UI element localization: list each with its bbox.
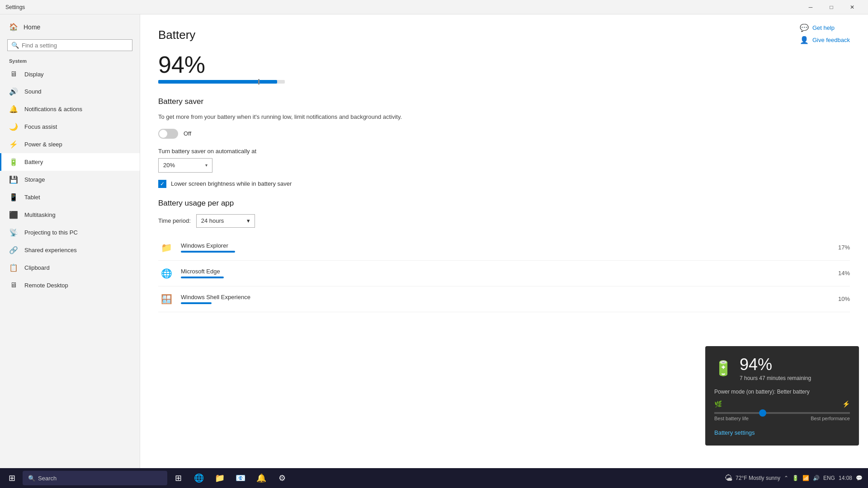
weather-label: 72°F Mostly sunny [736, 475, 780, 481]
help-icon: 💬 [800, 23, 809, 32]
sidebar-item-label: Display [24, 71, 44, 78]
sidebar-item-label: Tablet [24, 194, 40, 201]
app-info: Microsoft Edge [181, 268, 826, 278]
home-icon: 🏠 [9, 23, 18, 31]
sidebar-item-tablet[interactable]: 📱 Tablet [0, 188, 140, 206]
usage-section: Battery usage per app Time period: 24 ho… [158, 199, 850, 312]
sidebar-item-storage[interactable]: 💾 Storage [0, 171, 140, 188]
popup-power-mode: Power mode (on battery): Better battery [714, 389, 850, 395]
time-period-value: 24 hours [201, 217, 224, 224]
sidebar-item-label: Battery [24, 159, 43, 165]
popup-battery-icon: 🔋 [714, 360, 732, 377]
weather-icon: 🌤 [725, 474, 733, 483]
give-feedback-link[interactable]: 👤 Give feedback [800, 36, 850, 44]
remote-icon: 🖥 [9, 281, 18, 289]
app-info: Windows Explorer [181, 242, 826, 253]
sidebar-item-focus[interactable]: 🌙 Focus assist [0, 118, 140, 136]
time-period-dropdown[interactable]: 24 hours ▾ [196, 214, 255, 228]
shell-icon: 🪟 [158, 291, 175, 307]
give-feedback-label: Give feedback [812, 37, 850, 43]
sidebar-item-sound[interactable]: 🔊 Sound [0, 83, 140, 100]
brightness-label: Lower screen brightness while in battery… [171, 180, 292, 187]
sidebar-item-display[interactable]: 🖥 Display [0, 66, 140, 83]
taskbar-notification[interactable]: 🔔 [251, 468, 271, 488]
auto-at-value: 20% [163, 162, 175, 169]
maximize-button[interactable]: □ [821, 0, 842, 14]
battery-life-icon: 🌿 [714, 400, 722, 408]
clock: 14:08 [839, 475, 852, 481]
taskbar-edge[interactable]: 🌐 [189, 468, 209, 488]
weather-group: 🌤 72°F Mostly sunny [725, 474, 780, 483]
app-body: 🏠 Home 🔍 System 🖥 Display 🔊 Sound 🔔 Noti… [0, 14, 868, 468]
battery-percentage-display: 94% [158, 51, 850, 78]
start-button[interactable]: ⊞ [2, 468, 22, 488]
search-input[interactable] [22, 42, 128, 49]
system-tray-arrow[interactable]: ⌃ [784, 475, 788, 481]
battery-saver-toggle-row: Off [158, 129, 850, 139]
get-help-link[interactable]: 💬 Get help [800, 23, 850, 32]
sidebar-section-title: System [0, 55, 140, 66]
taskbar-task-view[interactable]: ⊞ [168, 468, 188, 488]
sidebar-item-power[interactable]: ⚡ Power & sleep [0, 136, 140, 153]
auto-at-row: Turn battery saver on automatically at 2… [158, 148, 850, 173]
taskbar-settings[interactable]: ⚙ [272, 468, 292, 488]
get-help-label: Get help [812, 24, 835, 31]
popup-slider-icons: 🌿 ⚡ [714, 400, 850, 408]
best-performance-label: Best performance [811, 416, 850, 421]
network-icon: 📶 [802, 475, 809, 481]
battery-tray-icon: 🔋 [792, 475, 799, 481]
chevron-down-icon: ▾ [247, 217, 250, 224]
sidebar-item-clipboard[interactable]: 📋 Clipboard [0, 259, 140, 277]
sidebar-item-battery[interactable]: 🔋 Battery [0, 153, 140, 171]
toggle-label: Off [184, 130, 191, 137]
notification-center-icon[interactable]: 💬 [856, 475, 863, 481]
sidebar-item-remote[interactable]: 🖥 Remote Desktop [0, 277, 140, 294]
battery-saver-toggle[interactable] [158, 129, 178, 139]
battery-settings-link[interactable]: Battery settings [714, 429, 755, 436]
battery-popup: 🔋 94% 7 hours 47 minutes remaining Power… [705, 346, 859, 446]
sidebar-item-label: Notifications & actions [24, 106, 82, 113]
sidebar-item-projecting[interactable]: 📡 Projecting to this PC [0, 224, 140, 241]
taskbar-search-label: Search [38, 475, 57, 482]
app-name: Windows Explorer [181, 242, 826, 249]
popup-time-remaining: 7 hours 47 minutes remaining [740, 375, 811, 381]
title-bar: Settings ─ □ ✕ [0, 0, 868, 14]
sidebar-item-label: Clipboard [24, 264, 50, 271]
popup-header: 🔋 94% 7 hours 47 minutes remaining [714, 355, 850, 381]
focus-icon: 🌙 [9, 122, 18, 131]
sidebar-item-notifications[interactable]: 🔔 Notifications & actions [0, 100, 140, 118]
app-usage-row: 📁 Windows Explorer 17% [158, 235, 850, 261]
page-title: Battery [158, 28, 850, 42]
toggle-knob [159, 130, 167, 138]
auto-at-label: Turn battery saver on automatically at [158, 148, 850, 155]
brightness-checkbox[interactable]: ✓ [158, 180, 166, 188]
usage-title: Battery usage per app [158, 199, 850, 208]
performance-icon: ⚡ [842, 400, 850, 408]
app-title: Settings [5, 4, 25, 10]
sidebar-home-label: Home [24, 23, 40, 31]
edge-icon: 🌐 [158, 265, 175, 282]
app-percent: 10% [832, 296, 850, 302]
sidebar-item-multitasking[interactable]: ⬛ Multitasking [0, 206, 140, 224]
taskbar-explorer[interactable]: 📁 [210, 468, 230, 488]
brightness-checkbox-row: ✓ Lower screen brightness while in batte… [158, 180, 850, 188]
battery-bar-container [158, 80, 285, 84]
close-button[interactable]: ✕ [842, 0, 863, 14]
popup-percent: 94% [740, 355, 811, 374]
feedback-icon: 👤 [800, 36, 809, 44]
projecting-icon: 📡 [9, 228, 18, 237]
power-mode-slider[interactable] [714, 412, 850, 414]
minimize-button[interactable]: ─ [800, 0, 821, 14]
taskbar-search-icon: 🔍 [28, 475, 35, 482]
taskbar-search[interactable]: 🔍 Search [23, 471, 167, 485]
best-battery-label: Best battery life [714, 416, 749, 421]
app-usage-row: 🌐 Microsoft Edge 14% [158, 261, 850, 286]
sidebar-item-home[interactable]: 🏠 Home [0, 18, 140, 36]
auto-at-dropdown[interactable]: 20% ▾ [158, 158, 212, 173]
search-box[interactable]: 🔍 [7, 39, 132, 51]
taskbar-mail[interactable]: 📧 [231, 468, 250, 488]
help-links: 💬 Get help 👤 Give feedback [800, 23, 850, 44]
sidebar-item-shared[interactable]: 🔗 Shared experiences [0, 241, 140, 259]
time-period-label: Time period: [158, 217, 191, 224]
popup-battery-info: 94% 7 hours 47 minutes remaining [740, 355, 811, 381]
